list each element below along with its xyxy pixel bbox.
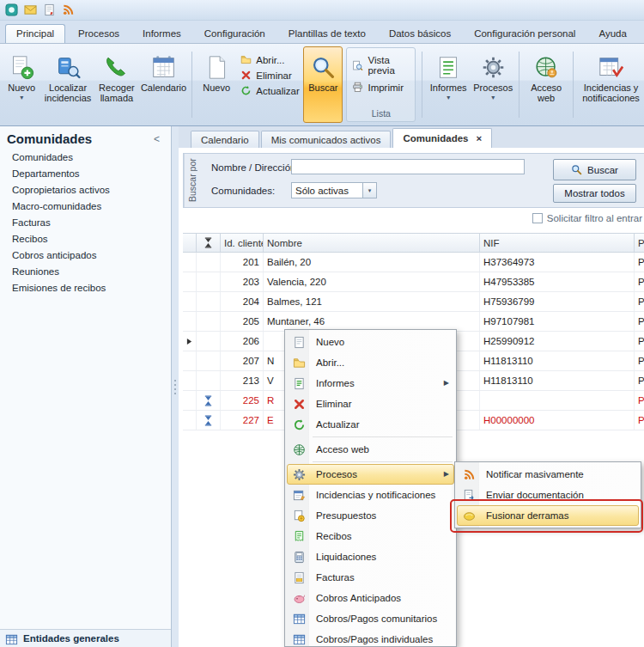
incidents-icon [289,489,310,502]
name-address-label: Nombre / Dirección: [211,162,299,173]
sidebar-splitter[interactable] [172,126,179,647]
tab-configuracion[interactable]: Configuración [194,25,276,43]
notes-icon[interactable] [42,3,57,17]
doc-tab-mis-comunicados[interactable]: Mis comunicados activos [261,131,392,148]
sidebar-item-emisiones[interactable]: Emisiones de recibos [0,279,171,296]
header-id-cliente[interactable]: Id. cliente [221,234,264,252]
app-icon[interactable] [4,3,19,17]
buscar-button[interactable]: Buscar [303,46,343,123]
submenu-item-enviar-documentacion[interactable]: Enviar documentación [457,485,639,505]
context-menu: Nuevo Abrir... Informes ▶ Eliminar Actua… [284,329,457,647]
titlebar [0,0,644,21]
chevron-down-icon[interactable]: ▾ [362,183,376,198]
cell-nif: H75936799 [480,292,635,311]
procesos-button[interactable]: Procesos ▾ [471,46,514,123]
calendario-button[interactable]: Calendario [140,46,187,123]
header-nif[interactable]: NIF [480,234,635,252]
sidebar-item-comunidades[interactable]: Comunidades [0,149,171,165]
header-pending-column[interactable] [197,234,221,252]
cell-p: P [635,272,644,291]
ribbon-separator [422,52,422,118]
header-p[interactable]: P [635,234,644,252]
button-label: Abrir... [256,55,284,65]
vista-previa-button[interactable]: Vista previa [349,53,412,77]
name-address-input[interactable] [291,159,525,174]
menu-item-recibos[interactable]: Recibos [287,526,454,546]
sidebar-item-cobros-anticipados[interactable]: Cobros anticipados [0,247,171,263]
menu-item-cobros-anticipados[interactable]: Cobros Anticipados [287,588,454,608]
abrir-button[interactable]: Abrir... [238,52,301,67]
sidebar-item-reuniones[interactable]: Reuniones [0,263,171,279]
doc-tab-calendario[interactable]: Calendario [191,131,259,148]
menu-item-procesos[interactable]: Procesos ▶ [287,464,454,485]
submenu-item-fusionar-derramas[interactable]: Fusionar derramas [457,505,639,526]
menu-item-liquidaciones[interactable]: Liquidaciones [287,546,454,567]
tab-configuracion-personal[interactable]: Configuración personal [464,25,586,43]
actualizar-button[interactable]: Actualizar [238,83,301,98]
imprimir-button[interactable]: Imprimir [349,80,412,95]
header-nombre[interactable]: Nombre [264,234,480,252]
open-folder-icon [240,54,252,65]
menu-item-actualizar[interactable]: Actualizar [287,414,454,435]
current-row-pointer-icon [186,338,192,345]
tab-ayuda[interactable]: Ayuda [588,25,636,43]
informes-button[interactable]: Informes ▾ [427,46,470,123]
nuevo-button[interactable]: Nuevo ▾ [3,46,40,123]
search-icon [311,52,336,82]
submenu-item-notificar-masivamente[interactable]: Notificar masivamente [457,464,639,485]
localizar-incidencias-button[interactable]: Localizar incidencias [42,46,94,123]
menu-separator [313,461,453,462]
nuevo-documento-button[interactable]: Nuevo [197,46,236,123]
sidebar-item-facturas[interactable]: Facturas [0,214,171,230]
doc-tab-comunidades[interactable]: Comunidades × [392,128,492,148]
eliminar-button[interactable]: Eliminar [238,68,301,82]
tab-procesos[interactable]: Procesos [68,25,130,43]
buscar-panel-button[interactable]: Buscar [553,159,636,180]
sidebar-item-macro-comunidades[interactable]: Macro-comunidades [0,198,171,214]
filter-on-entry-option[interactable]: Solicitar filtro al entrar [532,213,642,223]
close-tab-icon[interactable]: × [477,133,483,143]
recoger-llamada-button[interactable]: Recoger llamada [95,46,138,123]
acceso-web-button[interactable]: Acceso web [524,46,568,123]
row-indicator-cell [183,411,197,430]
mail-icon[interactable] [23,3,38,17]
broadcast-icon[interactable] [61,3,76,17]
sidebar-item-copropietarios[interactable]: Copropietarios activos [0,181,171,198]
collapse-sidebar-icon[interactable]: < [149,133,164,145]
sidebar-item-departamentos[interactable]: Departamentos [0,165,171,181]
row-indicator-cell [183,371,197,390]
table-row[interactable]: 204 Balmes, 121 H75936799 P [183,292,644,312]
menu-item-nuevo[interactable]: Nuevo [287,332,454,352]
tab-datos-basicos[interactable]: Datos básicos [379,25,461,43]
menu-item-facturas[interactable]: Facturas [287,567,454,588]
menu-item-presupuestos[interactable]: Presupuestos [287,505,454,526]
checkbox[interactable] [532,213,543,223]
menu-item-label: Notificar masivamente [486,469,638,479]
tab-informes[interactable]: Informes [132,25,191,43]
tab-plantillas[interactable]: Plantillas de texto [278,25,376,43]
tab-principal[interactable]: Principal [5,24,65,43]
sidebar-item-recibos[interactable]: Recibos [0,230,171,247]
communities-select[interactable]: Sólo activas ▾ [291,182,377,198]
cell-nif: H47953385 [480,272,635,291]
menu-item-informes[interactable]: Informes ▶ [287,373,454,394]
menu-item-incidencias[interactable]: Incidencias y notificaciones [287,485,454,505]
incidencias-notificaciones-button[interactable]: Incidencias y notificaciones [578,46,644,123]
delete-icon [289,398,310,411]
cell-p: P [635,332,644,351]
refresh-icon [240,85,252,96]
menu-item-eliminar[interactable]: Eliminar [287,394,454,414]
menu-item-cobros-pagos-comunitarios[interactable]: Cobros/Pagos comunitarios [287,608,454,629]
row-indicator-cell [183,391,197,410]
mostrar-todos-button[interactable]: Mostrar todos [553,184,636,203]
menu-item-cobros-pagos-individuales[interactable]: Cobros/Pagos individuales [287,629,454,647]
table-row[interactable]: 203 Valencia, 220 H47953385 P [183,272,644,292]
menu-item-acceso-web[interactable]: Acceso web [287,439,454,460]
sidebar-item-entidades-generales[interactable]: Entidades generales [0,629,171,647]
cell-id: 204 [221,292,264,311]
cell-nif: H37364973 [480,253,635,272]
new-plus-icon [9,52,34,82]
table-row[interactable]: 201 Bailén, 20 H37364973 P [183,253,644,272]
cell-nif: H11813110 [480,351,635,370]
menu-item-abrir[interactable]: Abrir... [287,352,454,373]
